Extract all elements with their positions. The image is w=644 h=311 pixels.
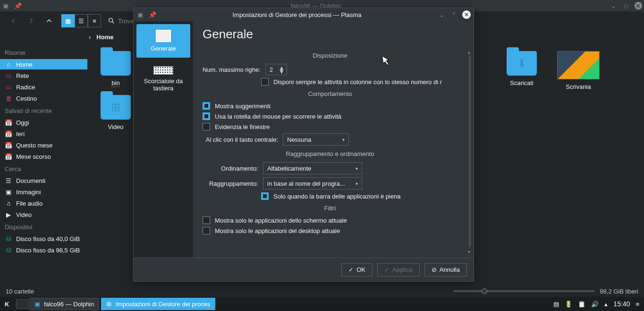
apply-button[interactable]: ✓Applica	[377, 263, 420, 276]
maximize-button[interactable]: ⌃	[450, 11, 458, 18]
task-settings[interactable]: ⚙ Impostazioni di Gestore dei proces	[101, 298, 215, 310]
sidebar-item-documents[interactable]: ☰Documenti	[0, 175, 87, 186]
task-dolphin[interactable]: ▣ falco96 — Dolphin	[29, 298, 99, 310]
tray-expand-icon[interactable]: ▴	[604, 301, 608, 308]
image-thumbnail	[557, 51, 600, 79]
cancel-icon: ⊘	[432, 266, 437, 273]
folder-icon	[101, 51, 131, 76]
scroll-down-icon[interactable]: ▾	[468, 249, 472, 253]
filter-screen-label: Mostra solo le applicazioni dello scherm…	[215, 217, 347, 224]
ok-button[interactable]: ✓OK	[341, 263, 373, 276]
highlight-windows-checkbox[interactable]	[203, 123, 210, 130]
section-recent: Salvati di recente	[0, 104, 87, 116]
buffer-icon[interactable]: ▤	[553, 301, 559, 308]
application-launcher[interactable]: K	[0, 297, 14, 311]
sidebar-item-disk2[interactable]: ⛁Disco fisso da 98,5 GiB	[0, 245, 87, 255]
dolphin-icon: ▣	[34, 301, 40, 308]
sidebar-item-trash[interactable]: 🗑Cestino	[0, 93, 87, 104]
breadcrumb-home[interactable]: Home	[96, 34, 113, 41]
breadcrumb-chevron-icon: ›	[89, 34, 91, 41]
group-combo[interactable]: in base al nome del progra... ▾	[263, 177, 362, 190]
only-full-checkbox[interactable]	[261, 192, 269, 200]
check-icon: ✓	[384, 266, 390, 273]
battery-icon[interactable]: 🔋	[565, 301, 572, 308]
sidebar-item-lastmonth[interactable]: 📅Mese scorso	[0, 151, 87, 162]
nav-shortcuts[interactable]: Scorciatoie da tastiera	[136, 60, 190, 97]
search-icon	[108, 17, 115, 25]
filter-desktop-checkbox[interactable]	[203, 227, 210, 234]
wheel-scroll-checkbox[interactable]	[203, 112, 210, 120]
sort-combo[interactable]: Alfabeticamente ▾	[263, 162, 362, 174]
section-behavior: Comportamento	[203, 90, 458, 97]
sidebar-item-home[interactable]: ⌂Home	[0, 59, 87, 69]
zoom-thumb[interactable]	[482, 288, 487, 294]
clipboard-icon[interactable]: 📋	[578, 301, 585, 308]
sidebar-item-audio[interactable]: ♫File audio	[0, 198, 87, 208]
dialog-main: Generale Disposizione Num. massimo righe…	[193, 21, 474, 258]
sidebar-item-network[interactable]: ▭Rete	[0, 70, 87, 81]
panel-settings-icon[interactable]: ≡	[636, 301, 639, 308]
clock[interactable]: 15:40	[613, 300, 630, 308]
pin-icon[interactable]: 📌	[14, 2, 22, 9]
always-columns-checkbox[interactable]	[261, 78, 269, 86]
up-button[interactable]	[43, 15, 55, 26]
sidebar-item-today[interactable]: 📅Oggi	[0, 117, 87, 128]
scroll-area: Disposizione Num. massimo righe: 2 ▲▼ Di…	[203, 47, 464, 258]
film-overlay-icon: ⊞	[101, 95, 131, 120]
dialog-titlebar: ▣ 📌 Impostazioni di Gestore dei processi…	[134, 8, 474, 21]
icons-view-button[interactable]: ▦	[61, 14, 75, 27]
filter-screen-checkbox[interactable]	[203, 216, 210, 224]
section-grouping: Raggruppamento e ordinamento	[203, 150, 458, 157]
folder-icon: ⊞	[101, 95, 131, 120]
network-icon: ▭	[5, 72, 12, 79]
calendar-icon: 📅	[5, 153, 12, 160]
dialog-heading: Generale	[203, 27, 464, 42]
sidebar-item-yesterday[interactable]: 📅Ieri	[0, 129, 87, 139]
sidebar-item-thismonth[interactable]: 📅Questo mese	[0, 140, 87, 150]
max-rows-spinbox[interactable]: 2 ▲▼	[265, 64, 287, 75]
settings-icon: ⚙	[106, 301, 112, 308]
view-mode-buttons: ▦ ☰ ≡	[61, 14, 101, 27]
nav-general[interactable]: Generale	[136, 24, 190, 58]
volume-icon[interactable]: 🔊	[591, 301, 599, 308]
minimize-button[interactable]: ⌄	[610, 2, 618, 9]
wheel-scroll-label: Usa la rotella del mouse per scorrere le…	[215, 113, 341, 120]
root-icon: ▭	[5, 83, 12, 91]
max-rows-label: Num. massimo righe:	[203, 66, 261, 73]
check-icon: ✓	[348, 266, 354, 273]
svg-point-0	[109, 18, 113, 22]
middle-click-combo[interactable]: Nessuna ▾	[283, 133, 349, 146]
taskbar: K ▣ falco96 — Dolphin ⚙ Impostazioni di …	[0, 297, 644, 311]
show-hints-checkbox[interactable]	[203, 102, 210, 110]
folder-video[interactable]: ⊞ Video	[92, 95, 139, 130]
compact-view-button[interactable]: ☰	[75, 14, 88, 27]
folder-bin[interactable]: bin	[92, 51, 139, 90]
folder-desktop[interactable]: Scrivania	[555, 51, 602, 90]
minimize-button[interactable]: ⌄	[438, 11, 445, 18]
places-panel: Risorse ⌂Home ▭Rete ▭Radice 🗑Cestino Sal…	[0, 43, 87, 285]
trash-icon: 🗑	[5, 95, 12, 102]
sidebar-item-root[interactable]: ▭Radice	[0, 82, 87, 92]
close-button[interactable]: ✕	[635, 2, 642, 9]
folder-downloads[interactable]: ⬇ Scaricati	[498, 51, 545, 90]
cancel-button[interactable]: ⊘Annulla	[424, 263, 467, 276]
pin-icon[interactable]: 📌	[149, 11, 156, 18]
close-button[interactable]: ✕	[462, 10, 471, 19]
sidebar-item-video[interactable]: ▶Video	[0, 209, 87, 220]
back-button[interactable]	[8, 15, 19, 26]
zoom-slider[interactable]	[453, 290, 595, 292]
details-view-button[interactable]: ≡	[88, 14, 101, 27]
search-box[interactable]: Trova	[108, 17, 134, 25]
maximize-button[interactable]: ◇	[622, 2, 630, 9]
chevron-down-icon: ▾	[356, 181, 358, 186]
pager[interactable]	[16, 299, 28, 309]
dialog-body: Generale Scorciatoie da tastiera General…	[134, 21, 474, 258]
sidebar-item-disk1[interactable]: ⛁Disco fisso da 40,0 GiB	[0, 233, 87, 244]
sort-label: Ordinamento:	[203, 165, 258, 172]
forward-button[interactable]	[25, 15, 37, 26]
scrollbar[interactable]: ▴ ▾	[468, 50, 472, 253]
scroll-up-icon[interactable]: ▴	[468, 50, 472, 53]
spin-arrows[interactable]: ▲▼	[279, 66, 285, 73]
sidebar-item-images[interactable]: ▣Immagini	[0, 187, 87, 197]
dialog-title: Impostazioni di Gestore dei processi — P…	[156, 11, 438, 18]
